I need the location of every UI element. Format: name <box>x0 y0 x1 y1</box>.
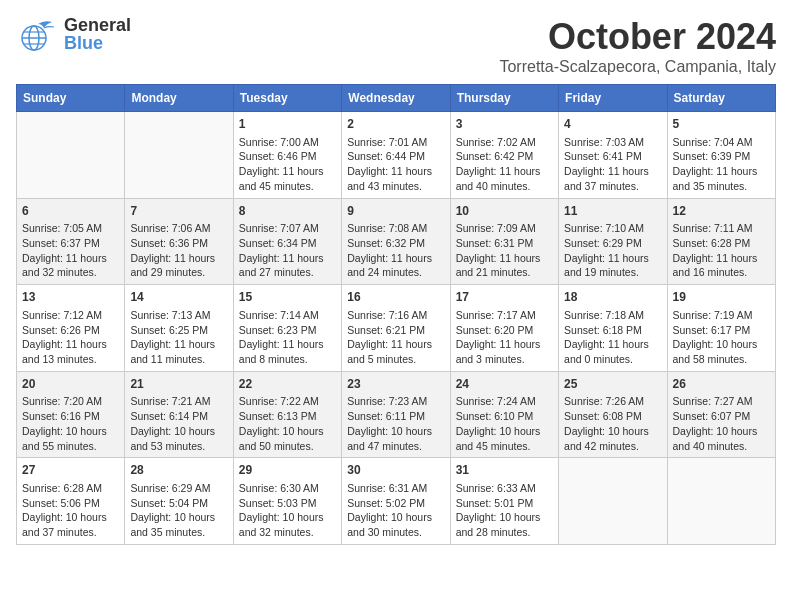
day-number: 8 <box>239 203 336 220</box>
day-info: Sunrise: 7:03 AM Sunset: 6:41 PM Dayligh… <box>564 135 661 194</box>
calendar-cell: 22Sunrise: 7:22 AM Sunset: 6:13 PM Dayli… <box>233 371 341 458</box>
day-header-thursday: Thursday <box>450 85 558 112</box>
calendar-cell: 6Sunrise: 7:05 AM Sunset: 6:37 PM Daylig… <box>17 198 125 285</box>
day-number: 24 <box>456 376 553 393</box>
day-number: 9 <box>347 203 444 220</box>
day-info: Sunrise: 7:08 AM Sunset: 6:32 PM Dayligh… <box>347 221 444 280</box>
day-info: Sunrise: 7:12 AM Sunset: 6:26 PM Dayligh… <box>22 308 119 367</box>
calendar-cell: 3Sunrise: 7:02 AM Sunset: 6:42 PM Daylig… <box>450 112 558 199</box>
calendar-cell: 1Sunrise: 7:00 AM Sunset: 6:46 PM Daylig… <box>233 112 341 199</box>
calendar-cell: 2Sunrise: 7:01 AM Sunset: 6:44 PM Daylig… <box>342 112 450 199</box>
day-number: 14 <box>130 289 227 306</box>
day-header-monday: Monday <box>125 85 233 112</box>
day-number: 27 <box>22 462 119 479</box>
day-info: Sunrise: 7:04 AM Sunset: 6:39 PM Dayligh… <box>673 135 770 194</box>
day-info: Sunrise: 7:23 AM Sunset: 6:11 PM Dayligh… <box>347 394 444 453</box>
page-header: General Blue October 2024 Torretta-Scalz… <box>16 16 776 76</box>
calendar-cell: 16Sunrise: 7:16 AM Sunset: 6:21 PM Dayli… <box>342 285 450 372</box>
day-info: Sunrise: 7:17 AM Sunset: 6:20 PM Dayligh… <box>456 308 553 367</box>
calendar-cell: 29Sunrise: 6:30 AM Sunset: 5:03 PM Dayli… <box>233 458 341 545</box>
calendar-cell: 9Sunrise: 7:08 AM Sunset: 6:32 PM Daylig… <box>342 198 450 285</box>
day-number: 10 <box>456 203 553 220</box>
day-number: 12 <box>673 203 770 220</box>
calendar-cell: 30Sunrise: 6:31 AM Sunset: 5:02 PM Dayli… <box>342 458 450 545</box>
day-info: Sunrise: 7:22 AM Sunset: 6:13 PM Dayligh… <box>239 394 336 453</box>
day-number: 16 <box>347 289 444 306</box>
calendar-week-row: 6Sunrise: 7:05 AM Sunset: 6:37 PM Daylig… <box>17 198 776 285</box>
day-number: 13 <box>22 289 119 306</box>
day-number: 29 <box>239 462 336 479</box>
day-info: Sunrise: 7:10 AM Sunset: 6:29 PM Dayligh… <box>564 221 661 280</box>
day-number: 28 <box>130 462 227 479</box>
calendar-cell: 14Sunrise: 7:13 AM Sunset: 6:25 PM Dayli… <box>125 285 233 372</box>
calendar-cell: 20Sunrise: 7:20 AM Sunset: 6:16 PM Dayli… <box>17 371 125 458</box>
day-header-sunday: Sunday <box>17 85 125 112</box>
calendar-header-row: SundayMondayTuesdayWednesdayThursdayFrid… <box>17 85 776 112</box>
day-info: Sunrise: 7:16 AM Sunset: 6:21 PM Dayligh… <box>347 308 444 367</box>
calendar-cell: 26Sunrise: 7:27 AM Sunset: 6:07 PM Dayli… <box>667 371 775 458</box>
day-info: Sunrise: 7:21 AM Sunset: 6:14 PM Dayligh… <box>130 394 227 453</box>
calendar-cell: 12Sunrise: 7:11 AM Sunset: 6:28 PM Dayli… <box>667 198 775 285</box>
calendar-cell <box>559 458 667 545</box>
day-number: 2 <box>347 116 444 133</box>
calendar-week-row: 13Sunrise: 7:12 AM Sunset: 6:26 PM Dayli… <box>17 285 776 372</box>
day-info: Sunrise: 6:33 AM Sunset: 5:01 PM Dayligh… <box>456 481 553 540</box>
day-number: 6 <box>22 203 119 220</box>
day-number: 1 <box>239 116 336 133</box>
calendar-cell: 18Sunrise: 7:18 AM Sunset: 6:18 PM Dayli… <box>559 285 667 372</box>
day-info: Sunrise: 7:27 AM Sunset: 6:07 PM Dayligh… <box>673 394 770 453</box>
day-number: 4 <box>564 116 661 133</box>
calendar-week-row: 27Sunrise: 6:28 AM Sunset: 5:06 PM Dayli… <box>17 458 776 545</box>
day-number: 18 <box>564 289 661 306</box>
day-number: 31 <box>456 462 553 479</box>
day-info: Sunrise: 6:29 AM Sunset: 5:04 PM Dayligh… <box>130 481 227 540</box>
day-header-wednesday: Wednesday <box>342 85 450 112</box>
logo: General Blue <box>16 16 131 52</box>
day-number: 26 <box>673 376 770 393</box>
day-number: 15 <box>239 289 336 306</box>
calendar-week-row: 1Sunrise: 7:00 AM Sunset: 6:46 PM Daylig… <box>17 112 776 199</box>
day-info: Sunrise: 7:24 AM Sunset: 6:10 PM Dayligh… <box>456 394 553 453</box>
calendar-table: SundayMondayTuesdayWednesdayThursdayFrid… <box>16 84 776 545</box>
day-header-tuesday: Tuesday <box>233 85 341 112</box>
calendar-cell: 15Sunrise: 7:14 AM Sunset: 6:23 PM Dayli… <box>233 285 341 372</box>
day-info: Sunrise: 7:05 AM Sunset: 6:37 PM Dayligh… <box>22 221 119 280</box>
day-info: Sunrise: 7:00 AM Sunset: 6:46 PM Dayligh… <box>239 135 336 194</box>
day-info: Sunrise: 7:19 AM Sunset: 6:17 PM Dayligh… <box>673 308 770 367</box>
calendar-cell: 19Sunrise: 7:19 AM Sunset: 6:17 PM Dayli… <box>667 285 775 372</box>
month-title: October 2024 <box>499 16 776 58</box>
day-number: 21 <box>130 376 227 393</box>
day-number: 25 <box>564 376 661 393</box>
day-number: 5 <box>673 116 770 133</box>
location-title: Torretta-Scalzapecora, Campania, Italy <box>499 58 776 76</box>
calendar-cell: 28Sunrise: 6:29 AM Sunset: 5:04 PM Dayli… <box>125 458 233 545</box>
calendar-cell: 11Sunrise: 7:10 AM Sunset: 6:29 PM Dayli… <box>559 198 667 285</box>
day-number: 11 <box>564 203 661 220</box>
calendar-cell: 24Sunrise: 7:24 AM Sunset: 6:10 PM Dayli… <box>450 371 558 458</box>
calendar-week-row: 20Sunrise: 7:20 AM Sunset: 6:16 PM Dayli… <box>17 371 776 458</box>
calendar-cell: 23Sunrise: 7:23 AM Sunset: 6:11 PM Dayli… <box>342 371 450 458</box>
calendar-cell: 4Sunrise: 7:03 AM Sunset: 6:41 PM Daylig… <box>559 112 667 199</box>
day-info: Sunrise: 7:06 AM Sunset: 6:36 PM Dayligh… <box>130 221 227 280</box>
day-number: 3 <box>456 116 553 133</box>
day-info: Sunrise: 7:01 AM Sunset: 6:44 PM Dayligh… <box>347 135 444 194</box>
calendar-cell: 25Sunrise: 7:26 AM Sunset: 6:08 PM Dayli… <box>559 371 667 458</box>
day-number: 22 <box>239 376 336 393</box>
title-block: October 2024 Torretta-Scalzapecora, Camp… <box>499 16 776 76</box>
calendar-cell: 5Sunrise: 7:04 AM Sunset: 6:39 PM Daylig… <box>667 112 775 199</box>
day-info: Sunrise: 7:18 AM Sunset: 6:18 PM Dayligh… <box>564 308 661 367</box>
day-info: Sunrise: 6:28 AM Sunset: 5:06 PM Dayligh… <box>22 481 119 540</box>
day-number: 7 <box>130 203 227 220</box>
day-info: Sunrise: 7:26 AM Sunset: 6:08 PM Dayligh… <box>564 394 661 453</box>
day-number: 23 <box>347 376 444 393</box>
calendar-cell: 31Sunrise: 6:33 AM Sunset: 5:01 PM Dayli… <box>450 458 558 545</box>
day-info: Sunrise: 7:09 AM Sunset: 6:31 PM Dayligh… <box>456 221 553 280</box>
day-info: Sunrise: 7:07 AM Sunset: 6:34 PM Dayligh… <box>239 221 336 280</box>
day-info: Sunrise: 7:02 AM Sunset: 6:42 PM Dayligh… <box>456 135 553 194</box>
day-info: Sunrise: 7:13 AM Sunset: 6:25 PM Dayligh… <box>130 308 227 367</box>
calendar-cell: 27Sunrise: 6:28 AM Sunset: 5:06 PM Dayli… <box>17 458 125 545</box>
calendar-cell: 7Sunrise: 7:06 AM Sunset: 6:36 PM Daylig… <box>125 198 233 285</box>
calendar-cell <box>667 458 775 545</box>
calendar-cell: 13Sunrise: 7:12 AM Sunset: 6:26 PM Dayli… <box>17 285 125 372</box>
day-header-saturday: Saturday <box>667 85 775 112</box>
